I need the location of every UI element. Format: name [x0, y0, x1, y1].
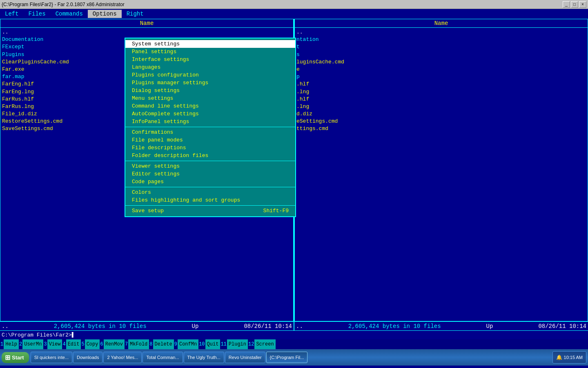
menu-option-plugins-manager-settings[interactable]: Plugins manager settings — [125, 79, 295, 87]
cmdline[interactable]: C:\Program Files\Far2> ▌ — [0, 330, 588, 339]
menu-option-label: Colors — [132, 189, 151, 195]
left-bytes: 2,605,424 bytes in 10 files — [54, 323, 147, 330]
right-panel-header: Name — [295, 19, 588, 28]
fnkey-6[interactable]: 6RenMov — [100, 339, 124, 349]
list-item[interactable]: ttings.cmd — [296, 125, 586, 132]
left-scroll: Up — [192, 323, 199, 330]
menu-item-right[interactable]: Right — [122, 10, 149, 18]
fnkey-label: View — [47, 339, 62, 349]
menu-item-left[interactable]: Left — [0, 10, 24, 18]
menu-option-system-settings[interactable]: System settings — [125, 40, 295, 48]
menu-option-languages[interactable]: Languages — [125, 63, 295, 71]
menu-option-code-pages[interactable]: Code pages — [125, 178, 295, 186]
left-panel-header: Name — [0, 19, 293, 28]
menu-option-save-setup[interactable]: Save setupShift-F9 — [125, 207, 295, 215]
taskbar-app-downloads[interactable]: Downloads — [73, 352, 102, 363]
menu-option-label: Menu settings — [132, 95, 173, 101]
list-item[interactable]: p — [296, 73, 586, 81]
menu-option-file-descriptions[interactable]: File descriptions — [125, 144, 295, 152]
menu-option-autocomplete-settings[interactable]: AutoComplete settings — [125, 110, 295, 118]
list-item[interactable]: .hlf — [296, 96, 586, 103]
menu-divider — [125, 205, 295, 206]
minimize-button[interactable]: _ — [563, 1, 570, 8]
fnkey-num: 3 — [43, 341, 47, 347]
fnkey-10[interactable]: 10Quit — [198, 339, 220, 349]
menu-option-files-highlighting[interactable]: Files highlighting and sort groups — [125, 196, 295, 204]
menu-option-label: Dialog settings — [132, 88, 180, 94]
menu-option-dialog-settings[interactable]: Dialog settings — [125, 87, 295, 94]
menu-option-command-line-settings[interactable]: Command line settings — [125, 102, 295, 110]
taskbar-app-yahoo-mes[interactable]: 2 Yahoo! Mes... — [103, 352, 142, 363]
menu-option-label: System settings — [132, 41, 180, 47]
list-item[interactable]: luginsCache.cmd — [296, 58, 586, 66]
menu-option-plugins-configuration[interactable]: Plugins configuration — [125, 71, 295, 79]
menu-option-infopanel-settings[interactable]: InfoPanel settings — [125, 118, 295, 126]
fnkey-11[interactable]: 11Plugin — [220, 339, 248, 349]
menu-option-editor-settings[interactable]: Editor settings — [125, 170, 295, 178]
fnkey-num: 8 — [149, 341, 153, 347]
fnkey-3[interactable]: 3View — [43, 339, 62, 349]
menu-option-confirmations[interactable]: Confirmations — [125, 128, 295, 136]
close-button[interactable]: × — [579, 1, 586, 8]
menu-divider — [125, 161, 295, 161]
fnkey-12[interactable]: 12Screen — [248, 339, 276, 349]
fnkey-num: 10 — [198, 341, 205, 347]
fnkey-5[interactable]: 5Copy — [81, 339, 100, 349]
fnkey-9[interactable]: 9ConfMn — [174, 339, 198, 349]
fnkey-num: 2 — [19, 341, 22, 347]
list-item[interactable]: d.diz — [296, 110, 586, 118]
list-item[interactable]: .lng — [296, 88, 586, 96]
list-item[interactable]: e — [296, 66, 586, 73]
taskbar-tray: 🔔 10:15 AM — [552, 351, 586, 364]
fnkey-7[interactable]: 7MkFold — [125, 339, 149, 349]
titlebar-buttons[interactable]: _ □ × — [563, 1, 586, 8]
menu-option-label: AutoComplete settings — [132, 111, 199, 117]
maximize-button[interactable]: □ — [571, 1, 578, 8]
menu-option-label: File descriptions — [132, 145, 186, 151]
taskbar-app-ugly-truth[interactable]: The Ugly Truth... — [184, 352, 224, 363]
fnkey-2[interactable]: 2UserMn — [19, 339, 43, 349]
start-label: Start — [12, 355, 24, 361]
menubar: LeftFilesCommandsOptionsRight — [0, 9, 588, 19]
fnkey-4[interactable]: 4Edit — [62, 339, 81, 349]
right-status: .. 2,605,424 bytes in 10 files Up 08/26/… — [294, 322, 588, 330]
menu-option-folder-description-files[interactable]: Folder description files — [125, 152, 295, 159]
taskbar-app-revo[interactable]: Revo Uninstaller — [225, 352, 265, 363]
list-item[interactable]: .. — [296, 29, 586, 36]
menu-option-file-panel-modes[interactable]: File panel modes — [125, 136, 295, 144]
start-button[interactable]: ⊞ Start — [2, 352, 29, 363]
menu-option-interface-settings[interactable]: Interface settings — [125, 56, 295, 63]
list-item[interactable]: .. — [2, 29, 292, 36]
list-item[interactable]: eSettings.cmd — [296, 118, 586, 125]
taskbar-app-total-cmd[interactable]: Total Comman... — [143, 352, 183, 363]
menu-option-label: Command line settings — [132, 103, 199, 109]
right-panel: Name ..ntationtsluginsCache.cmdep.hlf.ln… — [294, 19, 588, 321]
fnkey-8[interactable]: 8Delete — [149, 339, 174, 349]
cmdline-prompt: C:\Program Files\Far2> — [2, 332, 72, 338]
menu-option-menu-settings[interactable]: Menu settings — [125, 94, 295, 102]
fnkey-label: Delete — [153, 339, 174, 349]
list-item[interactable]: ntation — [296, 36, 586, 43]
menu-option-colors[interactable]: Colors — [125, 188, 295, 196]
menu-option-viewer-settings[interactable]: Viewer settings — [125, 162, 295, 170]
taskbar-app-far2[interactable]: {C:\Program Fil... — [266, 352, 308, 363]
taskbar-app-ie[interactable]: SI quickers inte... — [31, 352, 72, 363]
menu-option-label: Save setup — [132, 208, 164, 214]
fnkey-label: Quit — [205, 339, 220, 349]
options-menu: System settingsPanel settingsInterface s… — [125, 38, 296, 217]
list-item[interactable]: s — [296, 51, 586, 58]
menu-item-options[interactable]: Options — [88, 10, 122, 18]
fnkey-label: Help — [4, 339, 19, 349]
right-date: 08/26/11 10:14 — [538, 323, 586, 330]
menu-option-label: File panel modes — [132, 137, 183, 143]
list-item[interactable]: .hlf — [296, 81, 586, 88]
menu-option-label: Code pages — [132, 179, 164, 185]
fnkey-1[interactable]: 1Help — [0, 339, 19, 349]
fnkey-num: 4 — [62, 341, 66, 347]
list-item[interactable]: .lng — [296, 103, 586, 110]
list-item[interactable]: t — [296, 43, 586, 51]
menu-item-commands[interactable]: Commands — [51, 10, 88, 18]
menu-item-files[interactable]: Files — [24, 10, 51, 18]
taskbar: ⊞ Start SI quickers inte...Downloads2 Ya… — [0, 349, 588, 366]
menu-option-panel-settings[interactable]: Panel settings — [125, 48, 295, 56]
